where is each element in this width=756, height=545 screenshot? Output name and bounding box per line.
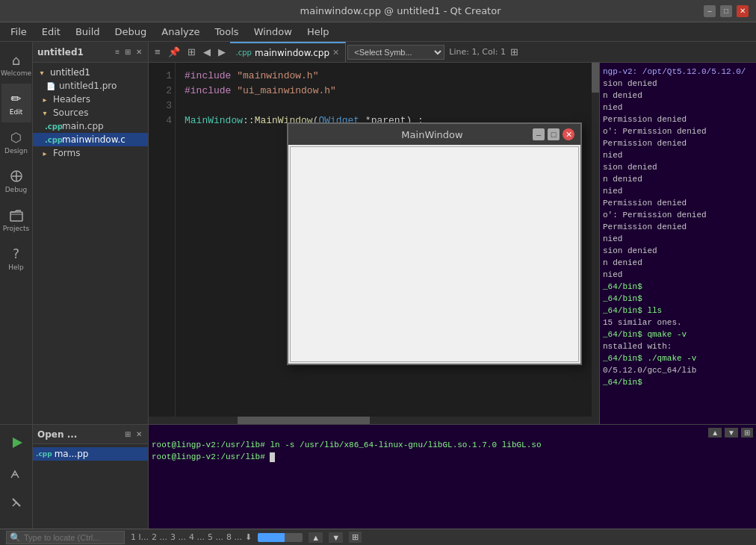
dialog-minimize-button[interactable]: – [533, 128, 545, 140]
run-icon [8, 435, 25, 451]
maximize-button[interactable]: □ [720, 5, 732, 17]
nav-5[interactable]: 5 ... [208, 532, 223, 542]
hscrollbar-thumb[interactable] [238, 417, 371, 424]
bottom-terminal: ▲ ▼ ⊞ root@lingp-v2:/usr/lib# ln -s /usr… [149, 425, 756, 529]
menu-analyze[interactable]: Analyze [154, 25, 207, 39]
tree-close-button[interactable]: ✕ [134, 48, 143, 56]
tab-close-button[interactable]: ✕ [332, 48, 339, 57]
code-line-2: #include "ui_mainwindow.h" [185, 84, 590, 99]
editor-area[interactable]: 1 2 3 4 #include "mainwindow.h" #include… [149, 63, 599, 424]
tree-node-forms[interactable]: ▸ Forms [33, 146, 148, 160]
nav-1[interactable]: 1 l... [131, 532, 149, 542]
dialog-close-button[interactable]: ✕ [563, 128, 574, 140]
close-button[interactable]: ✕ [737, 5, 749, 17]
editor-scrollbar[interactable] [592, 63, 599, 424]
editor-terminal-section: ≡ 📌 ⊞ ◀ ▶ .cpp mainwindow.cpp ✕ <Select … [149, 42, 756, 424]
term-line-19: _64/bin$ [603, 281, 753, 293]
nav-3[interactable]: 3 ... [170, 532, 186, 542]
term-line-6: o': Permission denied [603, 125, 753, 137]
nav-4[interactable]: 4 ... [189, 532, 205, 542]
symbol-selector[interactable]: <Select Symb... [347, 45, 444, 60]
menu-tools[interactable]: Tools [208, 25, 247, 39]
tree-node-pro[interactable]: 📄 untitled1.pro [33, 79, 148, 93]
tree-node-mainwindow-cpp[interactable]: .cpp mainwindow.c [33, 133, 148, 146]
dialog-maximize-button[interactable]: □ [548, 128, 560, 140]
toolbar-back-button[interactable]: ◀ [200, 45, 214, 59]
bottom-sidebar-run[interactable] [1, 428, 31, 458]
editor-hscrollbar[interactable] [149, 417, 592, 424]
menu-window[interactable]: Window [247, 25, 300, 39]
nav-2[interactable]: 2 ... [152, 532, 167, 542]
tree-mainwindow-cpp-label: mainwindow.c [62, 134, 126, 145]
status-nav: 1 l... 2 ... 3 ... 4 ... 5 ... 8 ... ⬇ [131, 532, 252, 542]
tree-headers-label: Headers [53, 94, 90, 105]
line-num-1: 1 [152, 69, 172, 84]
search-input[interactable] [24, 533, 121, 542]
status-bar: 🔍 1 l... 2 ... 3 ... 4 ... 5 ... 8 ... ⬇… [0, 529, 756, 545]
bottom-tree-node-file[interactable]: .cpp ma...pp [33, 447, 148, 461]
term-scroll-down[interactable]: ▼ [725, 428, 738, 437]
nav-8[interactable]: 8 ... [226, 532, 242, 542]
term-line-4: nied [603, 102, 753, 113]
term-line-11: nied [603, 185, 753, 197]
code-line-3 [185, 99, 590, 113]
tree-node-main-cpp[interactable]: .cpp main.cpp [33, 119, 148, 133]
sidebar-item-welcome[interactable]: ⌂ Welcome [1, 45, 31, 84]
tree-node-sources[interactable]: ▾ Sources [33, 106, 148, 119]
toolbar-split-button[interactable]: ⊞ [185, 45, 199, 59]
tree-options-button[interactable]: ≡ [114, 48, 121, 56]
tree-node-headers[interactable]: ▸ Headers [33, 93, 148, 106]
bottom-sidebar-build[interactable] [1, 458, 31, 488]
term-line-26: 0/5.12.0/gcc_64/lib [603, 364, 753, 376]
menu-bar: File Edit Build Debug Analyze Tools Wind… [0, 22, 756, 42]
term-line-23: _64/bin$ qmake -v [603, 328, 753, 340]
status-toggle-button[interactable]: ⊞ [349, 532, 362, 543]
edit-icon: ✏ [8, 90, 25, 107]
sidebar-item-debug[interactable]: Debug [1, 161, 31, 200]
debug-icon [8, 168, 25, 184]
status-up-button[interactable]: ▲ [309, 532, 323, 543]
sidebar-item-edit[interactable]: ✏ Edit [1, 84, 31, 122]
scrollbar-thumb[interactable] [592, 63, 599, 93]
term-line-12: Permission denied [603, 197, 753, 209]
tree-main-cpp-label: main.cpp [62, 121, 104, 131]
menu-file[interactable]: File [3, 25, 34, 39]
bottom-tree-split[interactable]: ⊞ [123, 430, 132, 438]
title-bar: mainwindow.cpp @ untitled1 - Qt Creator … [0, 0, 756, 22]
bottom-tree-close[interactable]: ✕ [134, 430, 143, 438]
status-search-box[interactable]: 🔍 [6, 531, 125, 544]
tree-split-button[interactable]: ⊞ [123, 48, 132, 56]
status-down-button[interactable]: ▼ [329, 532, 343, 543]
knife-icon [8, 494, 25, 511]
sidebar-item-projects[interactable]: Projects [1, 200, 31, 239]
toolbar-pin-button[interactable]: 📌 [165, 45, 183, 59]
bottom-panel: Open ... ⊞ ✕ .cpp ma...pp ▲ ▼ ⊞ root@lin… [0, 424, 756, 529]
minimize-button[interactable]: – [704, 5, 716, 17]
line-numbers: 1 2 3 4 [149, 63, 176, 424]
dialog-title: MainWindow [332, 129, 533, 140]
bottom-sidebar-knife[interactable] [1, 488, 31, 517]
term-line-18: nied [603, 269, 753, 281]
menu-build[interactable]: Build [68, 25, 108, 39]
svg-rect-3 [10, 212, 22, 221]
menu-edit[interactable]: Edit [34, 25, 68, 39]
toolbar-new-split-button[interactable]: ⊞ [507, 45, 521, 59]
tree-node-root[interactable]: ▾ untitled1 [33, 66, 148, 79]
term-options[interactable]: ⊞ [741, 428, 753, 437]
toolbar-forward-button[interactable]: ▶ [215, 45, 229, 59]
toolbar-options-button[interactable]: ≡ [152, 45, 164, 59]
nav-more[interactable]: ⬇ [245, 532, 252, 542]
editor-toolbar: ≡ 📌 ⊞ ◀ ▶ .cpp mainwindow.cpp ✕ <Select … [149, 42, 756, 63]
main-cpp-icon: .cpp [48, 121, 60, 131]
menu-debug[interactable]: Debug [108, 25, 155, 39]
tree-sources-label: Sources [53, 108, 88, 118]
app-wrapper: mainwindow.cpp @ untitled1 - Qt Creator … [0, 0, 756, 545]
sidebar-item-help[interactable]: ? Help [1, 239, 31, 278]
sidebar-item-design[interactable]: ⬡ Design [1, 122, 31, 161]
tab-icon: .cpp [236, 49, 252, 57]
term-scroll-up[interactable]: ▲ [708, 428, 722, 437]
editor-terminal-row: 1 2 3 4 #include "mainwindow.h" #include… [149, 63, 756, 424]
menu-help[interactable]: Help [300, 25, 337, 39]
sidebar-label-design: Design [4, 147, 28, 155]
editor-tab-mainwindow[interactable]: .cpp mainwindow.cpp ✕ [230, 42, 347, 62]
